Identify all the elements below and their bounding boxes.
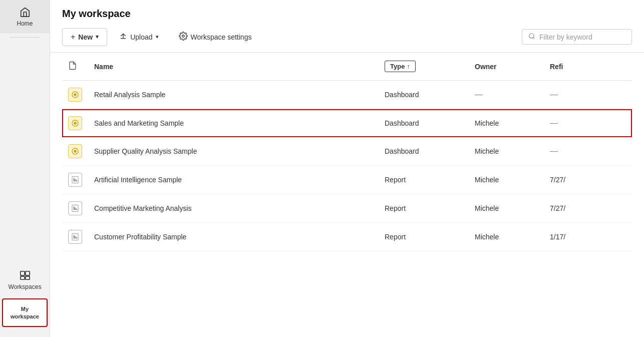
row-refresh: 1/17/: [544, 223, 632, 251]
row-refresh: —: [544, 137, 632, 166]
row-owner: —: [469, 81, 544, 109]
row-owner: Michele: [469, 223, 544, 251]
row-refresh: —: [544, 109, 632, 138]
svg-line-8: [533, 38, 535, 39]
table-row[interactable]: Retail Analysis SampleDashboard——: [62, 81, 632, 109]
table-row[interactable]: Artificial Intelligence SampleReportMich…: [62, 166, 632, 194]
row-name[interactable]: Customer Profitability Sample: [88, 223, 379, 251]
search-icon: [528, 33, 535, 41]
table-row[interactable]: Customer Profitability SampleReportMiche…: [62, 223, 632, 251]
new-button[interactable]: + New ▾: [62, 28, 107, 46]
row-name[interactable]: Supplier Quality Analysis Sample: [88, 137, 379, 166]
row-name[interactable]: Sales and Marketing Sample: [88, 109, 379, 138]
new-button-label: New: [78, 33, 93, 41]
sidebar-item-my-workspace[interactable]: My workspace: [2, 298, 48, 327]
sidebar-workspaces-label: Workspaces: [9, 283, 42, 290]
page-title: My workspace: [62, 8, 632, 20]
svg-rect-25: [75, 236, 76, 239]
table-row[interactable]: Supplier Quality Analysis SampleDashboar…: [62, 137, 632, 166]
row-type: Dashboard: [379, 81, 469, 109]
table-header-row: Name Type ↑ Owner Refi: [62, 53, 632, 81]
upload-chevron-icon: ▾: [156, 34, 159, 40]
upload-arrow-icon: [119, 32, 127, 42]
sidebar-bottom: Workspaces My workspace: [0, 263, 50, 337]
col-header-owner: Owner: [469, 53, 544, 81]
filter-placeholder: Filter by keyword: [539, 33, 592, 41]
row-type: Report: [379, 194, 469, 223]
col-header-refresh: Refi: [544, 53, 632, 81]
svg-rect-0: [20, 271, 24, 275]
sidebar-item-home[interactable]: Home: [0, 0, 50, 33]
svg-point-7: [529, 34, 534, 38]
sidebar-item-workspaces[interactable]: Workspaces: [0, 263, 50, 296]
workspace-settings-button[interactable]: Workspace settings: [171, 28, 260, 46]
filter-box[interactable]: Filter by keyword: [522, 29, 632, 45]
header: My workspace + New ▾ Upload ▾: [50, 0, 644, 53]
row-icon-cell: [62, 137, 88, 166]
svg-point-14: [74, 150, 76, 152]
row-type: Dashboard: [379, 137, 469, 166]
workspace-settings-label: Workspace settings: [191, 33, 252, 41]
dashboard-icon: [68, 144, 82, 158]
report-icon: [68, 173, 82, 187]
svg-rect-21: [75, 208, 76, 210]
row-refresh: —: [544, 81, 632, 109]
row-icon-cell: [62, 223, 88, 251]
row-owner: Michele: [469, 194, 544, 223]
row-name[interactable]: Retail Analysis Sample: [88, 81, 379, 109]
svg-rect-17: [75, 179, 76, 182]
col-header-type[interactable]: Type ↑: [379, 53, 469, 81]
my-workspace-label: My workspace: [7, 305, 43, 320]
row-type: Report: [379, 223, 469, 251]
svg-point-12: [74, 122, 76, 124]
workspaces-icon: [19, 269, 31, 281]
table-row[interactable]: Sales and Marketing SampleDashboardMiche…: [62, 109, 632, 138]
svg-point-6: [182, 35, 184, 38]
sidebar-divider: [10, 37, 40, 38]
table-container: Name Type ↑ Owner Refi: [50, 53, 644, 337]
row-icon-cell: [62, 194, 88, 223]
upload-button[interactable]: Upload ▾: [111, 28, 166, 46]
dashboard-icon: [68, 116, 82, 130]
svg-rect-20: [74, 207, 75, 210]
svg-point-10: [74, 93, 76, 96]
svg-rect-2: [20, 276, 24, 279]
svg-rect-1: [25, 271, 29, 275]
svg-rect-24: [74, 235, 75, 239]
row-icon-cell: [62, 166, 88, 194]
report-icon: [68, 201, 82, 215]
svg-rect-16: [74, 178, 75, 182]
row-icon-cell: [62, 81, 88, 109]
row-name[interactable]: Artificial Intelligence Sample: [88, 166, 379, 194]
home-icon: [19, 6, 31, 18]
row-icon-cell: [62, 109, 88, 138]
toolbar: + New ▾ Upload ▾: [62, 28, 632, 46]
row-type: Report: [379, 166, 469, 194]
row-refresh: 7/27/: [544, 166, 632, 194]
upload-button-label: Upload: [130, 33, 152, 41]
sidebar-home-label: Home: [17, 20, 33, 27]
gear-icon: [179, 32, 188, 42]
row-owner: Michele: [469, 137, 544, 166]
svg-rect-3: [25, 276, 29, 279]
svg-rect-22: [76, 209, 77, 210]
row-name[interactable]: Competitive Marketing Analysis: [88, 194, 379, 223]
plus-icon: +: [71, 33, 75, 42]
row-owner: Michele: [469, 166, 544, 194]
workspace-table: Name Type ↑ Owner Refi: [62, 53, 632, 251]
row-owner: Michele: [469, 109, 544, 138]
svg-rect-26: [76, 237, 77, 239]
sort-asc-icon: ↑: [407, 63, 410, 70]
svg-rect-18: [76, 180, 77, 182]
table-row[interactable]: Competitive Marketing AnalysisReportMich…: [62, 194, 632, 223]
col-header-icon: [62, 53, 88, 81]
main-content: My workspace + New ▾ Upload ▾: [50, 0, 644, 337]
row-type: Dashboard: [379, 109, 469, 138]
type-label: Type: [390, 63, 405, 70]
chevron-down-icon: ▾: [96, 34, 99, 40]
row-refresh: 7/27/: [544, 194, 632, 223]
report-icon: [68, 230, 82, 244]
col-header-name: Name: [88, 53, 379, 81]
table-body: Retail Analysis SampleDashboard—— Sales …: [62, 81, 632, 251]
dashboard-icon: [68, 88, 82, 102]
